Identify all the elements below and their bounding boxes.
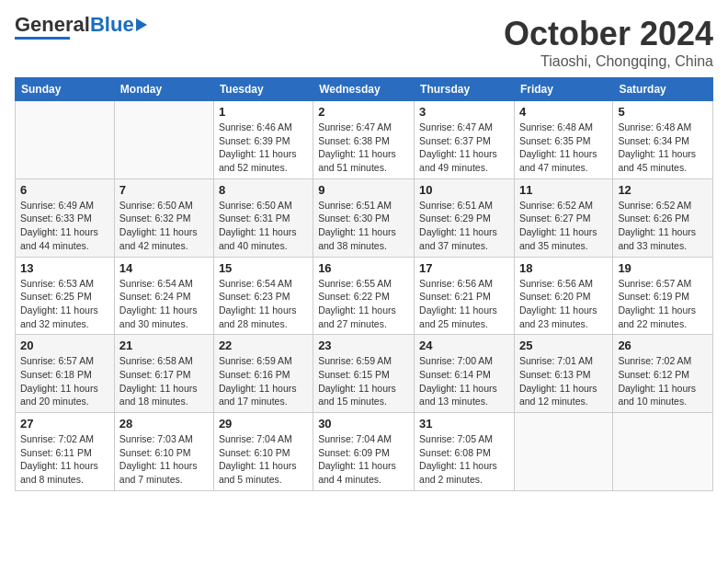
week-row-2: 6Sunrise: 6:49 AMSunset: 6:33 PMDaylight… bbox=[16, 178, 713, 257]
day-number: 3 bbox=[419, 105, 509, 119]
calendar-cell: 16Sunrise: 6:55 AMSunset: 6:22 PMDayligh… bbox=[313, 257, 415, 335]
logo-underline bbox=[15, 37, 70, 40]
logo-blue: Blue bbox=[90, 13, 134, 36]
calendar-cell: 23Sunrise: 6:59 AMSunset: 6:15 PMDayligh… bbox=[313, 335, 415, 413]
day-number: 29 bbox=[219, 417, 308, 431]
calendar-cell: 9Sunrise: 6:51 AMSunset: 6:30 PMDaylight… bbox=[313, 178, 415, 257]
day-number: 24 bbox=[419, 339, 509, 352]
day-number: 23 bbox=[318, 339, 409, 352]
day-detail: Sunrise: 7:02 AMSunset: 6:12 PMDaylight:… bbox=[618, 354, 708, 408]
calendar-cell: 21Sunrise: 6:58 AMSunset: 6:17 PMDayligh… bbox=[114, 335, 213, 413]
day-detail: Sunrise: 6:56 AMSunset: 6:20 PMDaylight:… bbox=[519, 277, 608, 331]
day-detail: Sunrise: 6:57 AMSunset: 6:18 PMDaylight:… bbox=[20, 354, 109, 408]
week-row-4: 20Sunrise: 6:57 AMSunset: 6:18 PMDayligh… bbox=[16, 335, 713, 413]
day-detail: Sunrise: 6:59 AMSunset: 6:16 PMDaylight:… bbox=[219, 354, 308, 408]
calendar-cell: 3Sunrise: 6:47 AMSunset: 6:37 PMDaylight… bbox=[415, 101, 515, 179]
header-cell-friday: Friday bbox=[514, 78, 612, 101]
calendar-cell: 25Sunrise: 7:01 AMSunset: 6:13 PMDayligh… bbox=[514, 335, 612, 413]
day-detail: Sunrise: 6:47 AMSunset: 6:37 PMDaylight:… bbox=[419, 121, 509, 175]
calendar-cell: 24Sunrise: 7:00 AMSunset: 6:14 PMDayligh… bbox=[415, 335, 515, 413]
day-number: 31 bbox=[419, 417, 509, 431]
header-cell-wednesday: Wednesday bbox=[313, 78, 415, 101]
day-number: 17 bbox=[419, 261, 509, 275]
calendar-cell: 19Sunrise: 6:57 AMSunset: 6:19 PMDayligh… bbox=[613, 257, 713, 335]
day-detail: Sunrise: 6:52 AMSunset: 6:26 PMDaylight:… bbox=[618, 199, 708, 253]
day-detail: Sunrise: 7:03 AMSunset: 6:10 PMDaylight:… bbox=[119, 432, 209, 487]
header-cell-sunday: Sunday bbox=[16, 78, 115, 101]
day-detail: Sunrise: 6:59 AMSunset: 6:15 PMDaylight:… bbox=[318, 354, 409, 408]
day-detail: Sunrise: 6:51 AMSunset: 6:29 PMDaylight:… bbox=[419, 199, 509, 253]
page-header: GeneralBlue October 2024 Tiaoshi, Chongq… bbox=[15, 15, 713, 70]
day-number: 10 bbox=[419, 183, 509, 197]
day-number: 7 bbox=[119, 183, 209, 197]
logo: GeneralBlue bbox=[15, 15, 147, 40]
day-number: 27 bbox=[20, 417, 109, 431]
calendar-cell: 5Sunrise: 6:48 AMSunset: 6:34 PMDaylight… bbox=[613, 101, 713, 179]
day-detail: Sunrise: 7:04 AMSunset: 6:10 PMDaylight:… bbox=[219, 432, 308, 487]
calendar-cell: 8Sunrise: 6:50 AMSunset: 6:31 PMDaylight… bbox=[213, 178, 313, 257]
page-subtitle: Tiaoshi, Chongqing, China bbox=[504, 53, 713, 70]
day-detail: Sunrise: 6:50 AMSunset: 6:32 PMDaylight:… bbox=[119, 199, 209, 253]
calendar-cell: 4Sunrise: 6:48 AMSunset: 6:35 PMDaylight… bbox=[514, 101, 612, 179]
day-detail: Sunrise: 6:52 AMSunset: 6:27 PMDaylight:… bbox=[519, 199, 608, 253]
calendar-cell: 20Sunrise: 6:57 AMSunset: 6:18 PMDayligh… bbox=[16, 335, 115, 413]
calendar-cell: 30Sunrise: 7:04 AMSunset: 6:09 PMDayligh… bbox=[313, 413, 415, 491]
day-detail: Sunrise: 6:50 AMSunset: 6:31 PMDaylight:… bbox=[219, 199, 308, 253]
day-number: 25 bbox=[519, 339, 608, 352]
calendar-cell bbox=[613, 413, 713, 491]
week-row-1: 1Sunrise: 6:46 AMSunset: 6:39 PMDaylight… bbox=[16, 101, 713, 179]
day-number: 14 bbox=[119, 261, 209, 275]
day-detail: Sunrise: 6:54 AMSunset: 6:23 PMDaylight:… bbox=[219, 277, 308, 331]
calendar-cell: 26Sunrise: 7:02 AMSunset: 6:12 PMDayligh… bbox=[613, 335, 713, 413]
day-detail: Sunrise: 6:58 AMSunset: 6:17 PMDaylight:… bbox=[119, 354, 209, 408]
calendar-cell: 22Sunrise: 6:59 AMSunset: 6:16 PMDayligh… bbox=[213, 335, 313, 413]
calendar-cell bbox=[114, 101, 213, 179]
day-detail: Sunrise: 6:48 AMSunset: 6:34 PMDaylight:… bbox=[618, 121, 708, 175]
day-detail: Sunrise: 6:49 AMSunset: 6:33 PMDaylight:… bbox=[20, 199, 109, 253]
calendar-cell: 27Sunrise: 7:02 AMSunset: 6:11 PMDayligh… bbox=[16, 413, 115, 491]
calendar-cell: 2Sunrise: 6:47 AMSunset: 6:38 PMDaylight… bbox=[313, 101, 415, 179]
calendar-cell: 12Sunrise: 6:52 AMSunset: 6:26 PMDayligh… bbox=[613, 178, 713, 257]
header-cell-tuesday: Tuesday bbox=[213, 78, 313, 101]
logo-text: GeneralBlue bbox=[15, 15, 134, 35]
day-number: 22 bbox=[219, 339, 308, 352]
day-detail: Sunrise: 7:02 AMSunset: 6:11 PMDaylight:… bbox=[20, 432, 109, 487]
day-detail: Sunrise: 6:54 AMSunset: 6:24 PMDaylight:… bbox=[119, 277, 209, 331]
calendar-header: SundayMondayTuesdayWednesdayThursdayFrid… bbox=[16, 78, 713, 101]
day-number: 11 bbox=[519, 183, 608, 197]
day-number: 2 bbox=[318, 105, 409, 119]
calendar-cell: 28Sunrise: 7:03 AMSunset: 6:10 PMDayligh… bbox=[114, 413, 213, 491]
day-detail: Sunrise: 6:48 AMSunset: 6:35 PMDaylight:… bbox=[519, 121, 608, 175]
day-detail: Sunrise: 7:01 AMSunset: 6:13 PMDaylight:… bbox=[519, 354, 608, 408]
calendar-cell: 18Sunrise: 6:56 AMSunset: 6:20 PMDayligh… bbox=[514, 257, 612, 335]
day-detail: Sunrise: 7:04 AMSunset: 6:09 PMDaylight:… bbox=[318, 432, 409, 487]
calendar-cell: 15Sunrise: 6:54 AMSunset: 6:23 PMDayligh… bbox=[213, 257, 313, 335]
header-cell-monday: Monday bbox=[114, 78, 213, 101]
calendar-cell: 10Sunrise: 6:51 AMSunset: 6:29 PMDayligh… bbox=[415, 178, 515, 257]
day-number: 12 bbox=[618, 183, 708, 197]
day-number: 19 bbox=[618, 261, 708, 275]
day-number: 13 bbox=[20, 261, 109, 275]
day-number: 30 bbox=[318, 417, 409, 431]
calendar-cell: 13Sunrise: 6:53 AMSunset: 6:25 PMDayligh… bbox=[16, 257, 115, 335]
logo-arrow-icon bbox=[136, 18, 147, 31]
day-number: 16 bbox=[318, 261, 409, 275]
header-cell-saturday: Saturday bbox=[613, 78, 713, 101]
day-number: 15 bbox=[219, 261, 308, 275]
logo-general: General bbox=[15, 13, 90, 36]
day-detail: Sunrise: 6:47 AMSunset: 6:38 PMDaylight:… bbox=[318, 121, 409, 175]
day-detail: Sunrise: 6:55 AMSunset: 6:22 PMDaylight:… bbox=[318, 277, 409, 331]
calendar-cell bbox=[514, 413, 612, 491]
calendar-cell: 7Sunrise: 6:50 AMSunset: 6:32 PMDaylight… bbox=[114, 178, 213, 257]
day-detail: Sunrise: 6:56 AMSunset: 6:21 PMDaylight:… bbox=[419, 277, 509, 331]
calendar-cell: 29Sunrise: 7:04 AMSunset: 6:10 PMDayligh… bbox=[213, 413, 313, 491]
day-number: 8 bbox=[219, 183, 308, 197]
calendar-cell: 1Sunrise: 6:46 AMSunset: 6:39 PMDaylight… bbox=[213, 101, 313, 179]
day-number: 20 bbox=[20, 339, 109, 352]
calendar-cell: 11Sunrise: 6:52 AMSunset: 6:27 PMDayligh… bbox=[514, 178, 612, 257]
calendar-table: SundayMondayTuesdayWednesdayThursdayFrid… bbox=[15, 77, 713, 491]
week-row-3: 13Sunrise: 6:53 AMSunset: 6:25 PMDayligh… bbox=[16, 257, 713, 335]
calendar-cell: 31Sunrise: 7:05 AMSunset: 6:08 PMDayligh… bbox=[415, 413, 515, 491]
day-number: 18 bbox=[519, 261, 608, 275]
day-detail: Sunrise: 6:51 AMSunset: 6:30 PMDaylight:… bbox=[318, 199, 409, 253]
